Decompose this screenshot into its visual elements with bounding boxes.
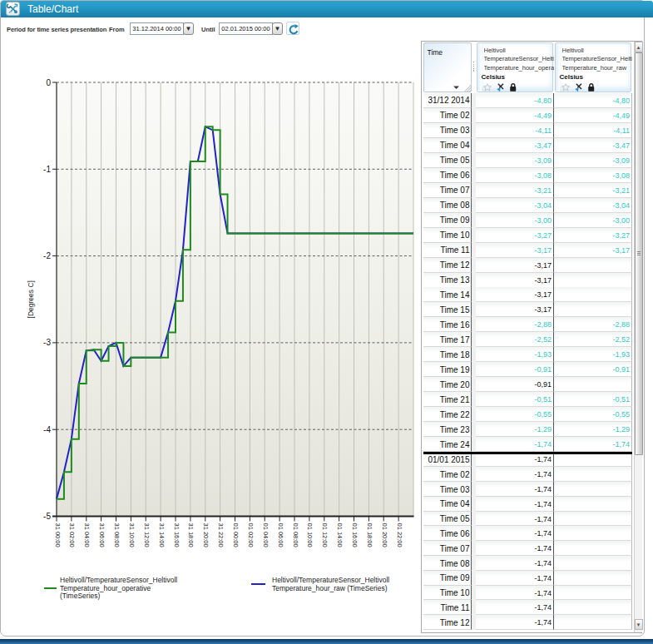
svg-text:01 02:00: 01 02:00 [247,523,255,547]
svg-text:31 00:00: 31 00:00 [54,523,62,547]
svg-text:31 10:00: 31 10:00 [128,523,136,547]
svg-text:31 04:00: 31 04:00 [83,523,91,547]
svg-text:01 20:00: 01 20:00 [381,523,388,547]
svg-text:31 06:00: 31 06:00 [98,523,106,547]
svg-text:01 16:00: 01 16:00 [351,523,359,547]
svg-text:-4: -4 [43,425,51,434]
svg-text:-5: -5 [43,512,51,521]
svg-text:-3: -3 [43,338,51,347]
svg-text:Heltivoll/TemperatureSensor_He: Heltivoll/TemperatureSensor_Heltivoll [60,576,177,584]
svg-text:Temperature_hour_operative: Temperature_hour_operative [60,584,151,592]
svg-text:31 02:00: 31 02:00 [68,523,76,547]
svg-text:31 14:00: 31 14:00 [158,523,166,547]
svg-text:-2: -2 [43,251,51,260]
svg-text:(TimeSeries): (TimeSeries) [60,592,100,600]
svg-text:01 12:00: 01 12:00 [321,523,329,547]
svg-text:01 22:00: 01 22:00 [396,523,403,547]
svg-text:01 10:00: 01 10:00 [306,523,314,547]
svg-text:01 08:00: 01 08:00 [292,523,299,547]
svg-text:31 22:00: 31 22:00 [217,523,225,547]
svg-text:31 18:00: 31 18:00 [187,523,195,547]
svg-text:31 20:00: 31 20:00 [202,523,210,547]
svg-text:31 16:00: 31 16:00 [173,523,181,547]
svg-text:01 14:00: 01 14:00 [336,523,344,547]
svg-text:01 18:00: 01 18:00 [366,523,373,547]
svg-text:[Degrees C]: [Degrees C] [27,280,35,318]
svg-text:01 06:00: 01 06:00 [277,523,284,547]
svg-text:31 08:00: 31 08:00 [113,523,121,547]
svg-text:Heltivoll/TemperatureSensor_He: Heltivoll/TemperatureSensor_Heltivoll [272,576,389,584]
svg-text:01 00:00: 01 00:00 [232,523,240,547]
svg-text:-1: -1 [43,165,51,174]
svg-text:0: 0 [46,78,51,87]
svg-text:01 04:00: 01 04:00 [262,523,270,547]
svg-text:Temperature_hour_raw (TimeSeri: Temperature_hour_raw (TimeSeries) [272,584,388,592]
svg-text:31 12:00: 31 12:00 [143,523,151,547]
